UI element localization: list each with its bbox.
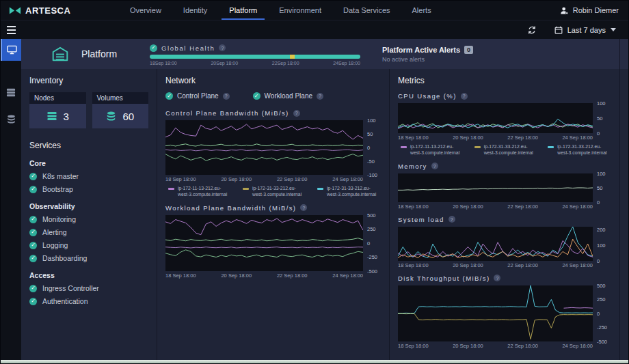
workload-plane-bandwidth-plot	[165, 215, 363, 271]
network-panel: Network ✓ Control Plane ? ✓ Workload Pla…	[157, 69, 389, 360]
service-ingress-controller: ✓Ingress Controller	[29, 284, 148, 292]
help-icon[interactable]: ?	[449, 216, 455, 223]
x-axis: 18 Sep 18:0020 Sep 18:0022 Sep 18:0024 S…	[398, 204, 593, 210]
help-icon[interactable]: ?	[431, 163, 438, 169]
system-load-plot	[398, 227, 593, 261]
volumes-card[interactable]: Volumes 60	[92, 92, 149, 128]
memory-plot	[398, 173, 593, 202]
x-axis: 18 Sep 18:0020 Sep 18:0022 Sep 18:0024 S…	[165, 272, 363, 279]
control-plane-bandwidth-plot	[165, 120, 363, 175]
legend-label: ip-172-31-33-212.eu-west-3.compute.inter…	[327, 186, 381, 198]
check-icon: ✓	[29, 298, 37, 305]
help-icon[interactable]: ?	[300, 204, 307, 211]
chart-disk-throughput: Disk Throughput (MiB/s) ? 5002500-250-50…	[398, 275, 611, 349]
chevron-down-icon	[611, 28, 616, 31]
chart-workload-plane-bandwidth: Workload Plane Bandwidth (MiB/s) ? 50025…	[165, 204, 381, 279]
volumes-card-label: Volumes	[92, 92, 149, 104]
nodes-card[interactable]: Nodes 3	[29, 92, 86, 128]
health-warning-segment[interactable]	[290, 55, 295, 59]
alerts-label: Platform Active Alerts	[382, 46, 460, 54]
page-header: Platform ✓ Global Health ? 18Sep 18:00 2…	[21, 39, 628, 69]
check-icon: ✓	[29, 255, 37, 262]
disk-throughput-plot	[398, 285, 593, 341]
legend-swatch	[401, 146, 407, 148]
y-axis: 5002500-250-500	[593, 285, 611, 341]
service-logging: ✓Logging	[29, 241, 148, 249]
sidebar-item-platform-monitoring[interactable]	[1, 39, 21, 61]
chart-system-load: System load ? 2001000 18 Sep 18:0020 Sep…	[398, 216, 611, 268]
help-icon[interactable]: ?	[317, 93, 323, 100]
time-range-picker[interactable]: Last 7 days	[554, 26, 616, 34]
chart-control-plane-bandwidth: Control Plane Bandwidth (MiB/s) ? 100500…	[165, 109, 381, 198]
check-icon: ✓	[29, 186, 37, 193]
monitor-icon	[7, 45, 17, 55]
help-icon[interactable]: ?	[219, 44, 226, 51]
sidebar-item-volumes[interactable]	[1, 109, 21, 130]
chart-memory: Memory ? 100500 18 Sep 18:0020 Sep 18:00…	[398, 163, 611, 210]
service-group-access: Access	[29, 271, 148, 279]
network-title: Network	[165, 76, 381, 85]
global-health: ✓ Global Health ? 18Sep 18:00 20Sep 18:0…	[150, 43, 360, 66]
global-health-label: Global Health	[161, 44, 215, 52]
check-icon: ✓	[253, 92, 260, 100]
y-axis: 100500	[593, 103, 611, 133]
service-monitoring: ✓Monitoring	[29, 215, 148, 223]
sidebar-item-nodes[interactable]	[1, 81, 21, 103]
chart-legend: ip-172-11-13-212.eu-west-3.compute.inter…	[401, 144, 611, 156]
menu-toggle-icon[interactable]	[1, 26, 21, 34]
check-icon: ✓	[29, 216, 37, 223]
main-nav: Overview Identity Platform Environment D…	[122, 1, 439, 20]
service-group-observability: Observability	[29, 202, 148, 210]
global-health-ticks: 18Sep 18:00 20Sep 18:00 22Sep 18:00 24Se…	[150, 61, 360, 66]
user-menu[interactable]: Robin Diemer	[560, 6, 628, 15]
y-axis: 100500	[593, 173, 611, 202]
nav-platform[interactable]: Platform	[222, 1, 265, 20]
legend-label: ip-172-11-13-212.eu-west-3.compute.inter…	[410, 144, 464, 156]
legend-item[interactable]: ip-172-31-33-212.eu-west-3.compute.inter…	[243, 186, 306, 198]
top-navbar: ARTESCA Overview Identity Platform Envir…	[1, 1, 628, 20]
inventory-panel: Inventory Nodes 3 Volumes	[21, 69, 157, 360]
cpu-usage-plot	[398, 103, 593, 133]
legend-item[interactable]: ip-172-31-33-212.eu-west-3.compute.inter…	[317, 186, 381, 198]
check-icon: ✓	[29, 242, 37, 249]
workload-plane-status: ✓ Workload Plane ?	[253, 92, 323, 100]
x-axis: 18 Sep 18:0020 Sep 18:0022 Sep 18:0024 S…	[165, 176, 363, 182]
legend-item[interactable]: ip-172-31-33-212.eu-west-3.compute.inter…	[474, 144, 537, 156]
nav-overview[interactable]: Overview	[122, 1, 169, 20]
chart-cpu-usage: CPU Usage (%) ? 100500 18 Sep 18:0020 Se…	[398, 92, 611, 156]
help-icon[interactable]: ?	[293, 110, 300, 117]
nav-data-services[interactable]: Data Services	[336, 1, 397, 20]
help-icon[interactable]: ?	[494, 275, 500, 281]
nav-environment[interactable]: Environment	[271, 1, 329, 20]
legend-swatch	[168, 188, 174, 190]
nav-alerts[interactable]: Alerts	[405, 1, 439, 20]
brand-name: ARTESCA	[25, 5, 70, 16]
global-health-timeline[interactable]	[150, 55, 360, 59]
legend-swatch	[243, 188, 249, 190]
artesca-logo[interactable]: ARTESCA	[1, 5, 103, 16]
legend-label: ip-172-31-33-212.eu-west-3.compute.inter…	[557, 144, 611, 156]
artesca-brand-icon	[9, 7, 21, 14]
service-k8s-master: ✓K8s master	[29, 172, 148, 180]
nav-identity[interactable]: Identity	[176, 1, 215, 20]
legend-swatch	[548, 146, 554, 148]
x-axis: 18 Sep 18:0020 Sep 18:0022 Sep 18:0024 S…	[398, 343, 593, 349]
alerts-empty-text: No active alerts	[382, 56, 473, 63]
x-axis: 18 Sep 18:0020 Sep 18:0022 Sep 18:0024 S…	[398, 135, 593, 141]
metrics-panel: Metrics CPU Usage (%) ? 100500 18 Sep 18…	[389, 69, 620, 360]
service-alerting: ✓Alerting	[29, 228, 148, 236]
chart-legend: ip-172-11-13-212.eu-west-3.compute.inter…	[168, 186, 381, 198]
legend-item[interactable]: ip-172-31-33-212.eu-west-3.compute.inter…	[548, 144, 611, 156]
secondary-toolbar: Last 7 days	[1, 20, 628, 39]
help-icon[interactable]: ?	[223, 93, 230, 100]
refresh-icon[interactable]	[527, 25, 537, 35]
check-icon: ✓	[29, 229, 37, 236]
nodes-card-label: Nodes	[29, 92, 86, 104]
legend-item[interactable]: ip-172-11-13-212.eu-west-3.compute.inter…	[168, 186, 232, 198]
help-icon[interactable]: ?	[461, 93, 468, 100]
legend-item[interactable]: ip-172-11-13-212.eu-west-3.compute.inter…	[401, 144, 464, 156]
legend-swatch	[474, 146, 481, 148]
page-title: Platform	[81, 48, 117, 59]
window-bottom-edge	[1, 360, 628, 363]
check-icon: ✓	[29, 173, 37, 180]
